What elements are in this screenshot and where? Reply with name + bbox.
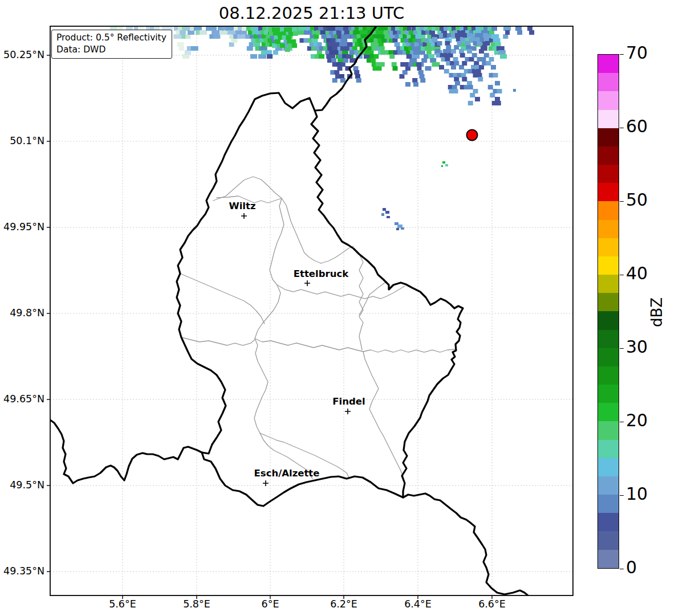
echo-cell <box>467 81 472 85</box>
echo-cell <box>432 37 437 42</box>
echo-cell <box>479 26 484 31</box>
echo-cell <box>292 43 297 48</box>
colorbar-block <box>598 238 619 256</box>
district-borders <box>180 177 455 495</box>
echo-cell <box>476 69 481 74</box>
echo-cell <box>445 41 450 46</box>
echo-cell <box>254 34 258 39</box>
echo-cell <box>307 46 312 51</box>
echo-cell <box>451 65 456 70</box>
echo-cell <box>237 34 242 39</box>
colorbar-block <box>598 348 619 366</box>
echo-cell <box>416 62 421 67</box>
colorbar-block <box>598 550 619 568</box>
echo-cell <box>273 50 278 55</box>
echo-cell <box>281 31 286 36</box>
colorbar-block <box>598 531 619 549</box>
echo-cell <box>465 41 470 46</box>
city-label: Ettelbruck <box>294 268 349 279</box>
colorbar-block <box>598 110 619 128</box>
colorbar-block <box>598 55 619 73</box>
echo-cell <box>469 57 474 62</box>
echo-cell <box>475 97 480 101</box>
colorbar-block <box>598 458 619 476</box>
plot-frame <box>50 26 573 595</box>
lon-tick-label: 6.2°E <box>318 598 369 610</box>
echo-cell <box>380 46 385 51</box>
lon-tick-label: 5.6°E <box>97 598 148 610</box>
echo-cell <box>314 26 319 31</box>
colorbar <box>597 54 619 569</box>
echo-cell <box>472 53 477 58</box>
city-plus-marker <box>241 213 247 219</box>
echo-cell <box>404 46 409 51</box>
echo-cell <box>334 50 339 55</box>
echo-cell <box>254 42 261 47</box>
district-border-line <box>321 246 353 263</box>
echo-cell <box>420 74 425 79</box>
echo-cell <box>421 58 427 63</box>
echo-cell <box>454 77 459 81</box>
colorbar-block <box>598 183 619 201</box>
echo-speck <box>383 208 386 211</box>
echo-cell <box>468 85 473 89</box>
echo-cell <box>491 34 499 39</box>
echo-cell <box>185 34 190 39</box>
echo-speck <box>385 211 389 214</box>
colorbar-block <box>598 385 619 403</box>
echo-cell <box>489 57 494 62</box>
echo-cell <box>484 37 489 42</box>
echo-cell <box>343 58 348 63</box>
colorbar-tick-label: 40 <box>626 263 648 283</box>
city-label: Wiltz <box>229 201 255 211</box>
echo-cell <box>340 78 345 83</box>
echo-cell <box>194 26 202 31</box>
colorbar-block <box>598 128 619 146</box>
echo-cell <box>416 46 421 51</box>
echo-cell <box>347 42 352 47</box>
echo-cell <box>462 61 467 66</box>
echo-cell <box>331 58 336 63</box>
echo-cell <box>373 54 379 59</box>
echo-cell <box>489 30 494 35</box>
lat-tick-label: 50.25°N <box>0 49 44 60</box>
echo-cell <box>467 49 472 54</box>
colorbar-tick-mark <box>620 201 624 202</box>
echo-cell <box>342 38 347 43</box>
echo-cell <box>437 41 442 46</box>
district-border-line <box>255 338 455 352</box>
echo-cell <box>317 50 322 55</box>
echo-cell <box>336 30 341 35</box>
echo-cell <box>319 54 324 59</box>
echo-speck <box>401 227 404 230</box>
echo-cell <box>246 26 251 31</box>
colorbar-tick-mark <box>620 275 624 275</box>
echo-cell <box>200 30 207 35</box>
echo-cell <box>439 65 444 70</box>
echo-cell <box>444 69 449 74</box>
echo-cell <box>418 70 424 75</box>
echo-cell <box>468 101 473 105</box>
echo-cell <box>515 26 522 31</box>
echo-speck <box>441 165 443 167</box>
echo-cell <box>314 34 319 39</box>
echo-cell <box>177 42 184 47</box>
france-belgium-border <box>50 420 202 483</box>
echo-cell <box>393 38 398 43</box>
echo-cell <box>481 57 486 62</box>
echo-cell <box>527 26 532 31</box>
echo-cell <box>491 65 496 70</box>
echo-cell <box>185 50 191 55</box>
echo-cell <box>467 33 472 38</box>
echo-cell <box>425 46 433 51</box>
echo-cell <box>454 61 459 66</box>
echo-cell <box>389 50 394 55</box>
echo-cell <box>280 43 285 48</box>
echo-cell <box>490 93 495 97</box>
echo-cell <box>448 53 453 58</box>
echo-cell <box>379 42 384 47</box>
colorbar-block <box>598 330 619 348</box>
echo-cell <box>250 54 257 59</box>
echo-cell <box>429 30 435 35</box>
echo-cell <box>491 26 497 31</box>
